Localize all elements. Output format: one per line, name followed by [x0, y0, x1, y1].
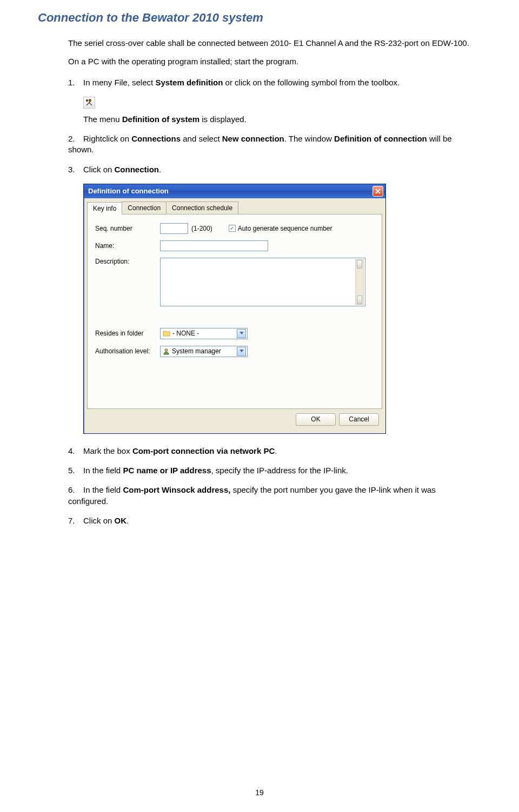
tab-connection-schedule[interactable]: Connection schedule: [166, 202, 238, 214]
authorisation-level-label: Authorisation level:: [95, 347, 160, 355]
cancel-button[interactable]: Cancel: [339, 413, 379, 426]
close-button[interactable]: [372, 186, 383, 197]
step-6: 6.In the field Com-port Winsock address,…: [68, 485, 470, 507]
definition-of-connection-dialog: Definition of connection Key info Connec…: [83, 184, 386, 434]
intro-paragraph-1: The seriel cross-over cable shall be con…: [68, 38, 470, 49]
chevron-down-icon: [237, 347, 246, 356]
svg-line-2: [89, 103, 92, 105]
svg-point-4: [165, 348, 168, 351]
step-2: 2.Rightclick on Connections and select N…: [68, 133, 470, 156]
description-textarea[interactable]: [160, 258, 365, 306]
dialog-title: Definition of connection: [88, 187, 169, 195]
tools-icon: [83, 97, 95, 109]
name-input[interactable]: [160, 240, 268, 251]
resides-in-folder-combo[interactable]: - NONE -: [160, 328, 248, 339]
step-7: 7.Click on OK.: [68, 515, 470, 526]
folder-icon: [163, 330, 170, 337]
definition-displayed-text: The menu Definition of system is display…: [83, 114, 470, 125]
step-1: 1.In meny File, select System definition…: [68, 77, 470, 88]
auto-generate-checkbox[interactable]: ✓ Auto generate sequence number: [229, 225, 332, 232]
step-5: 5.In the field PC name or IP address, sp…: [68, 465, 470, 476]
seq-range-label: (1-200): [191, 225, 212, 232]
tab-connection[interactable]: Connection: [122, 202, 167, 214]
tab-panel-key-info: Seq. number (1-200) ✓ Auto generate sequ…: [87, 214, 382, 409]
authorisation-level-combo[interactable]: System manager: [160, 346, 248, 357]
intro-paragraph-2: On a PC with the operating program insta…: [68, 56, 470, 67]
dialog-titlebar: Definition of connection: [84, 184, 385, 198]
svg-rect-1: [89, 99, 91, 102]
tabstrip: Key info Connection Connection schedule: [87, 202, 382, 214]
checkbox-icon: ✓: [229, 225, 236, 232]
seq-number-input[interactable]: [160, 223, 188, 234]
page-title: Connection to the Bewator 2010 system: [38, 11, 470, 25]
name-label: Name:: [95, 242, 160, 250]
step-4: 4.Mark the box Com-port connection via n…: [68, 446, 470, 457]
user-icon: [163, 348, 170, 355]
seq-number-label: Seq. number: [95, 225, 160, 232]
ok-button[interactable]: OK: [296, 413, 336, 426]
page-number: 19: [0, 788, 519, 797]
svg-point-3: [86, 99, 88, 101]
resides-in-folder-label: Resides in folder: [95, 330, 160, 337]
chevron-down-icon: [237, 329, 246, 338]
tab-key-info[interactable]: Key info: [87, 202, 122, 214]
step-3: 3.Click on Connection.: [68, 164, 470, 175]
description-label: Description:: [95, 258, 160, 265]
scrollbar[interactable]: [355, 259, 364, 305]
